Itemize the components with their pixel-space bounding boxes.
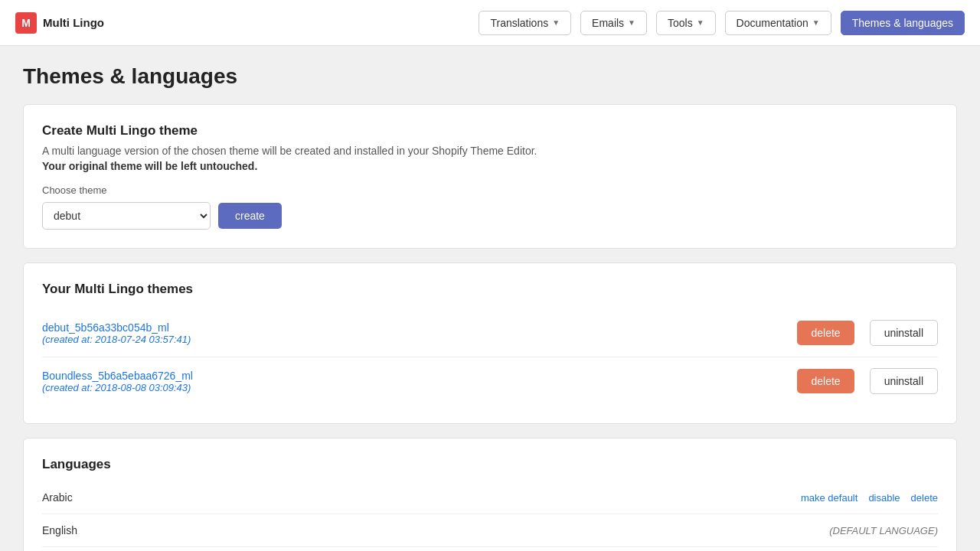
nav-documentation[interactable]: Documentation ▼ (725, 11, 831, 35)
theme-item: debut_5b56a33bc054b_ml (created at: 2018… (42, 309, 938, 357)
create-theme-title: Create Multi Lingo theme (42, 123, 938, 139)
main-content: Themes & languages Create Multi Lingo th… (0, 46, 980, 551)
delete-button-2[interactable]: delete (797, 369, 854, 393)
disable-link-arabic[interactable]: disable (868, 492, 900, 504)
languages-title: Languages (42, 457, 938, 472)
chevron-down-icon: ▼ (628, 18, 635, 27)
nav-translations-label: Translations (490, 17, 548, 29)
nav-emails-label: Emails (592, 17, 624, 29)
uninstall-button-1[interactable]: uninstall (870, 320, 938, 346)
theme-date-2: (created at: 2018-08-08 03:09:43) (42, 382, 782, 393)
create-button[interactable]: create (218, 203, 282, 229)
create-theme-desc1: A multi language version of the chosen t… (42, 145, 938, 157)
navbar: M Multi Lingo Translations ▼ Emails ▼ To… (0, 0, 980, 46)
theme-link-1[interactable]: debut_5b56a33bc054b_ml (42, 321, 169, 334)
language-name-english: English (42, 524, 829, 536)
language-default-badge: (DEFAULT LANGUAGE) (829, 525, 938, 536)
brand: M Multi Lingo (15, 12, 104, 34)
theme-row: debut create (42, 202, 938, 230)
language-name-arabic: Arabic (42, 491, 801, 504)
language-actions-arabic: make default disable delete (801, 492, 938, 504)
chevron-down-icon: ▼ (812, 18, 820, 27)
language-item-arabic: Arabic make default disable delete (42, 481, 938, 514)
nav-emails[interactable]: Emails ▼ (580, 11, 647, 35)
language-item-english: English (DEFAULT LANGUAGE) (42, 514, 938, 547)
nav-translations[interactable]: Translations ▼ (479, 11, 571, 35)
nav-themes-languages-label: Themes & languages (852, 17, 953, 29)
theme-info-1: debut_5b56a33bc054b_ml (created at: 2018… (42, 321, 782, 345)
chevron-down-icon: ▼ (552, 18, 560, 27)
choose-theme-label: Choose theme (42, 184, 938, 196)
nav-tools[interactable]: Tools ▼ (656, 11, 716, 35)
themes-card-title: Your Multi Lingo themes (42, 282, 938, 297)
theme-link-2[interactable]: Boundless_5b6a5ebaa6726_ml (42, 370, 193, 382)
page-title: Themes & languages (23, 64, 957, 89)
delete-button-1[interactable]: delete (797, 321, 854, 345)
create-theme-card: Create Multi Lingo theme A multi languag… (23, 104, 957, 249)
delete-link-arabic[interactable]: delete (911, 492, 938, 504)
nav-tools-label: Tools (668, 17, 693, 29)
nav-documentation-label: Documentation (737, 17, 808, 29)
theme-info-2: Boundless_5b6a5ebaa6726_ml (created at: … (42, 370, 782, 393)
theme-item: Boundless_5b6a5ebaa6726_ml (created at: … (42, 357, 938, 405)
theme-date-1: (created at: 2018-07-24 03:57:41) (42, 334, 782, 345)
brand-name: Multi Lingo (43, 16, 104, 29)
make-default-link-arabic[interactable]: make default (801, 492, 858, 504)
brand-icon: M (15, 12, 37, 34)
nav-themes-languages[interactable]: Themes & languages (841, 11, 965, 35)
themes-card: Your Multi Lingo themes debut_5b56a33bc0… (23, 262, 957, 424)
languages-card: Languages Arabic make default disable de… (23, 438, 957, 551)
chevron-down-icon: ▼ (697, 18, 704, 27)
create-theme-desc2: Your original theme will be left untouch… (42, 160, 938, 172)
uninstall-button-2[interactable]: uninstall (870, 368, 938, 394)
theme-select[interactable]: debut (42, 202, 211, 230)
